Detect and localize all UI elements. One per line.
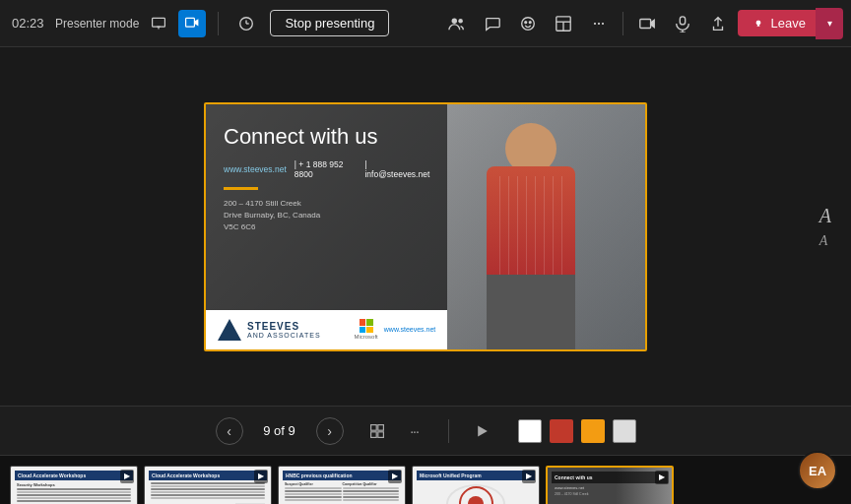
filmstrip-slide-7[interactable]: HNBC previous qualification Suspect Qual… [278, 466, 406, 505]
eraser-white-tool[interactable] [613, 419, 636, 443]
layout-icon[interactable] [548, 8, 579, 39]
logo-name: STEEVES [247, 321, 321, 332]
leave-group: Leave ▾ [738, 8, 839, 39]
filmstrip-slide-9[interactable]: Connect with us www.steeves.net 200 – 41… [546, 466, 674, 505]
slide-controls: ‹ 9 of 9 › ··· [0, 406, 851, 455]
address-line-3: V5C 6C6 [224, 221, 429, 233]
slide-container: Connect with us www.steeves.net | + 1 88… [204, 102, 647, 351]
annotation-icon[interactable] [230, 8, 262, 39]
filmstrip: Cloud Accelerate Workshops Security Work… [0, 455, 851, 504]
leave-button[interactable]: Leave [738, 10, 819, 36]
share-icon[interactable] [702, 8, 734, 39]
person-torso [487, 166, 575, 275]
leave-chevron[interactable]: ▾ [816, 8, 843, 39]
view-controls: ··· [363, 417, 428, 445]
slide6-header: Cloud Accelerate Workshops [149, 471, 267, 480]
slide5-content: Cloud Accelerate Workshops Security Work… [11, 467, 137, 505]
slide-email: | info@steeves.net [364, 159, 429, 179]
person-figure [467, 123, 595, 349]
annotation-tools [518, 419, 636, 443]
ms-red [360, 319, 366, 326]
svg-point-12 [529, 21, 531, 23]
logo-triangle [218, 319, 241, 341]
slide9-address: 200 – 4170 Still Creek [552, 492, 668, 496]
camera-icon[interactable] [631, 8, 663, 39]
slide-phone: | + 1 888 952 8800 [295, 159, 358, 179]
address-line-1: 200 – 4170 Still Creek [224, 198, 429, 210]
svg-rect-24 [377, 431, 383, 437]
address-line-2: Drive Burnaby, BC, Canada [224, 210, 429, 221]
ms-blue [360, 327, 366, 334]
svg-rect-23 [370, 431, 376, 437]
slide-person-area [438, 104, 622, 349]
font-smaller-icon[interactable]: A [819, 233, 831, 249]
presenter-camera-icon[interactable] [178, 10, 206, 37]
slide5-body: Security Workshops [15, 482, 133, 502]
presenter-screen-icon[interactable] [145, 10, 172, 37]
slide8-body [417, 484, 535, 505]
font-size-controls: A A [819, 205, 831, 249]
logo-text-group: STEEVES AND ASSOCIATES [247, 321, 321, 339]
font-larger-icon[interactable]: A [819, 205, 831, 227]
filmstrip-slide-8[interactable]: Microsoft Unified Program ▶ 8 [412, 466, 540, 505]
slide-area: Connect with us www.steeves.net | + 1 88… [0, 47, 851, 406]
more-icon[interactable]: ··· [583, 8, 615, 39]
more-options-icon[interactable]: ··· [401, 417, 428, 445]
svg-rect-22 [377, 424, 383, 430]
slide7-header: HNBC previous qualification [283, 471, 401, 480]
presenter-mode: Presenter mode [55, 10, 206, 37]
slide8-icon: ▶ [522, 470, 536, 483]
grid-view-icon[interactable] [363, 417, 391, 445]
slide6-icon: ▶ [254, 470, 268, 483]
svg-point-10 [521, 17, 534, 30]
slide7-body: Suspect Qualifier Competitive Qualifier [283, 482, 401, 502]
stop-presenting-button[interactable]: Stop presenting [270, 10, 389, 36]
slide-address: 200 – 4170 Still Creek Drive Burnaby, BC… [224, 198, 429, 233]
slide7-icon: ▶ [388, 470, 402, 483]
slide-website: www.steeves.net [224, 164, 287, 174]
footer-website: www.steeves.net [384, 326, 436, 333]
mic-icon[interactable] [667, 8, 698, 39]
microsoft-label: Microsoft [354, 334, 377, 340]
main-content: Connect with us www.steeves.net | + 1 88… [0, 47, 851, 406]
slide-accent-line [224, 187, 258, 190]
slide5-header: Cloud Accelerate Workshops [15, 471, 133, 480]
svg-rect-21 [370, 424, 376, 430]
slide5-icon: ▶ [120, 470, 134, 483]
shirt-pattern [491, 176, 570, 275]
avatar[interactable]: EA [798, 451, 837, 490]
reaction-icon[interactable] [512, 8, 544, 39]
logo-sub: AND ASSOCIATES [247, 332, 321, 339]
svg-marker-25 [478, 425, 488, 436]
microsoft-logo: Microsoft [354, 319, 377, 340]
svg-point-9 [458, 19, 463, 24]
play-icon[interactable] [469, 417, 496, 445]
slide9-contact: www.steeves.net [552, 483, 668, 492]
slide7-content: HNBC previous qualification Suspect Qual… [279, 467, 405, 505]
svg-rect-18 [680, 16, 685, 24]
slide9-icon: ▶ [655, 471, 669, 484]
separator-1 [218, 12, 219, 35]
leave-label: Leave [771, 16, 806, 31]
filmstrip-slide-6[interactable]: Cloud Accelerate Workshops ▶ 6 [144, 466, 272, 505]
slide-counter: 9 of 9 [255, 423, 304, 438]
slide9-content: Connect with us www.steeves.net 200 – 41… [548, 468, 672, 505]
chat-icon[interactable] [477, 8, 508, 39]
next-slide-button[interactable]: › [316, 417, 344, 445]
yellow-highlighter-tool[interactable] [581, 419, 605, 443]
red-pen-tool[interactable] [550, 419, 573, 443]
people-icon[interactable] [441, 8, 473, 39]
presenter-mode-label: Presenter mode [55, 17, 139, 31]
ms-green [366, 319, 373, 326]
ms-grid [360, 319, 373, 333]
svg-rect-16 [639, 19, 650, 28]
eraser-tool[interactable] [518, 419, 542, 443]
filmstrip-slide-5[interactable]: Cloud Accelerate Workshops Security Work… [10, 466, 138, 505]
slide-title: Connect with us [224, 124, 429, 150]
svg-point-8 [451, 18, 456, 23]
prev-slide-button[interactable]: ‹ [216, 417, 243, 445]
slide8-content: Microsoft Unified Program [413, 467, 539, 505]
slide6-body [149, 482, 267, 499]
slide8-header: Microsoft Unified Program [417, 471, 535, 480]
svg-point-11 [524, 21, 526, 23]
